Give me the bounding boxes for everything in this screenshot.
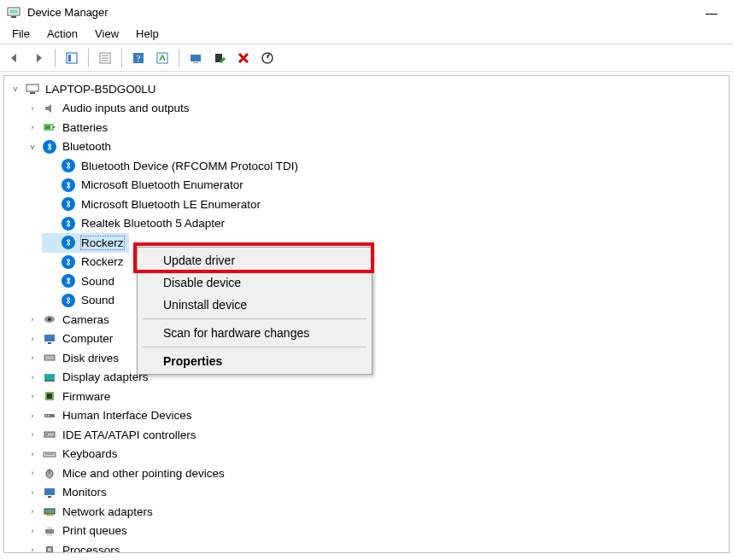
cm-scan-hardware[interactable]: Scan for hardware changes	[139, 322, 370, 344]
root-node[interactable]: v LAPTOP-B5DGO0LU	[4, 79, 729, 99]
svg-rect-29	[47, 394, 52, 399]
category-print[interactable]: › Print queues	[23, 522, 729, 541]
svg-rect-3	[67, 53, 77, 63]
minimize-button[interactable]: —	[697, 3, 726, 23]
cm-properties[interactable]: Properties	[139, 350, 370, 372]
category-hid[interactable]: › Human Interface Devices	[23, 406, 729, 426]
expander-open-icon[interactable]: v	[9, 83, 21, 95]
category-firmware[interactable]: › Firmware	[23, 387, 729, 406]
hid-icon	[42, 408, 57, 423]
disable-device-button[interactable]	[258, 49, 277, 67]
menu-file[interactable]: File	[3, 26, 38, 44]
chevron-right-icon[interactable]: ›	[26, 410, 38, 422]
svg-rect-13	[193, 62, 198, 63]
svg-rect-4	[68, 55, 71, 61]
chip-icon	[42, 388, 57, 404]
monitor-icon	[42, 485, 57, 500]
category-monitors[interactable]: › Monitors	[23, 483, 729, 503]
chevron-right-icon[interactable]: ›	[26, 505, 38, 517]
category-disk[interactable]: › Disk drives	[23, 348, 729, 368]
chevron-right-icon[interactable]: ›	[26, 102, 38, 114]
scan-button[interactable]	[153, 49, 172, 67]
chevron-right-icon[interactable]: ›	[26, 525, 38, 537]
cm-uninstall-device[interactable]: Uninstall device	[139, 294, 370, 316]
show-hidden-button[interactable]	[62, 49, 81, 67]
monitor-icon	[42, 331, 57, 347]
chevron-right-icon[interactable]: ›	[26, 467, 38, 479]
bluetooth-icon	[61, 293, 76, 308]
toolbar: ?	[0, 44, 733, 72]
chevron-right-icon[interactable]: ›	[26, 429, 38, 440]
window-title: Device Manager	[27, 6, 108, 19]
category-network[interactable]: › Network adapters	[23, 502, 729, 522]
bluetooth-icon	[61, 273, 76, 289]
svg-rect-47	[48, 548, 51, 551]
svg-point-22	[48, 318, 51, 321]
camera-icon	[42, 312, 57, 327]
chevron-right-icon[interactable]: ›	[26, 390, 38, 402]
svg-rect-31	[45, 415, 47, 417]
menu-view[interactable]: View	[86, 26, 127, 44]
menu-action[interactable]: Action	[38, 26, 86, 44]
cm-disable-device[interactable]: Disable device	[139, 271, 370, 294]
help-button[interactable]: ?	[129, 49, 148, 67]
category-keyboards[interactable]: › Keyboards	[23, 445, 729, 464]
enable-device-button[interactable]	[210, 49, 229, 67]
toolbar-separator	[179, 49, 179, 67]
keyboard-icon	[42, 446, 57, 462]
category-mice[interactable]: › Mice and other pointing devices	[23, 464, 729, 483]
bt-device-realtek[interactable]: Realtek Bluetooth 5 Adapter	[42, 214, 729, 234]
chevron-right-icon[interactable]: ›	[26, 313, 38, 325]
printer-icon	[42, 523, 57, 539]
chevron-right-icon[interactable]: ›	[26, 121, 38, 133]
uninstall-device-button[interactable]	[234, 49, 253, 67]
bt-device-rockerz-selected[interactable]: Rockerz	[42, 233, 129, 253]
toolbar-separator	[55, 49, 56, 67]
svg-rect-26	[44, 374, 55, 380]
titlebar: Device Manager —	[0, 0, 733, 26]
category-bluetooth[interactable]: v Bluetooth	[23, 137, 729, 157]
forward-button[interactable]	[29, 49, 48, 67]
svg-rect-20	[45, 125, 50, 129]
battery-icon	[42, 120, 57, 135]
chevron-right-icon[interactable]: ›	[26, 333, 38, 345]
chevron-right-icon[interactable]: ›	[26, 448, 38, 460]
chevron-right-icon[interactable]: ›	[26, 487, 38, 499]
speaker-icon	[42, 101, 57, 116]
category-ide[interactable]: › IDE ATA/ATAPI controllers	[23, 425, 729, 445]
svg-rect-24	[48, 342, 51, 344]
chevron-right-icon[interactable]: ›	[26, 352, 38, 364]
category-display[interactable]: › Display adapters	[23, 368, 729, 388]
root-label: LAPTOP-B5DGO0LU	[45, 83, 156, 96]
bluetooth-icon	[61, 235, 76, 250]
bluetooth-icon	[61, 158, 76, 173]
category-batteries[interactable]: › Batteries	[23, 118, 729, 137]
bt-device-le-enum[interactable]: Microsoft Bluetooth LE Enumerator	[42, 195, 729, 214]
expander-open-icon[interactable]: v	[26, 141, 38, 153]
menu-help[interactable]: Help	[127, 26, 167, 44]
cm-update-driver[interactable]: Update driver	[139, 249, 370, 271]
svg-rect-41	[44, 509, 55, 514]
category-cameras[interactable]: › Cameras	[23, 310, 729, 330]
svg-rect-43	[45, 529, 54, 534]
back-button[interactable]	[5, 49, 24, 67]
svg-rect-27	[44, 380, 55, 382]
bt-device-rfcomm[interactable]: Bluetooth Device (RFCOMM Protocol TDI)	[42, 156, 729, 176]
ide-icon	[42, 427, 57, 442]
category-computer[interactable]: › Computer	[23, 330, 729, 349]
bt-device-enum[interactable]: Microsoft Bluetooth Enumerator	[42, 176, 729, 195]
svg-rect-16	[26, 85, 38, 91]
update-driver-button[interactable]	[186, 49, 205, 67]
chevron-right-icon[interactable]: ›	[26, 544, 38, 553]
bluetooth-icon	[61, 178, 76, 193]
properties-button[interactable]	[96, 49, 114, 67]
disk-icon	[42, 350, 57, 365]
device-manager-icon	[7, 6, 21, 20]
svg-rect-33	[44, 432, 55, 437]
category-processors[interactable]: › Processors	[23, 540, 729, 553]
category-audio[interactable]: › Audio inputs and outputs	[23, 99, 729, 119]
svg-rect-25	[44, 355, 55, 360]
display-adapter-icon	[42, 370, 57, 385]
svg-rect-2	[11, 16, 16, 18]
chevron-right-icon[interactable]: ›	[26, 371, 38, 383]
